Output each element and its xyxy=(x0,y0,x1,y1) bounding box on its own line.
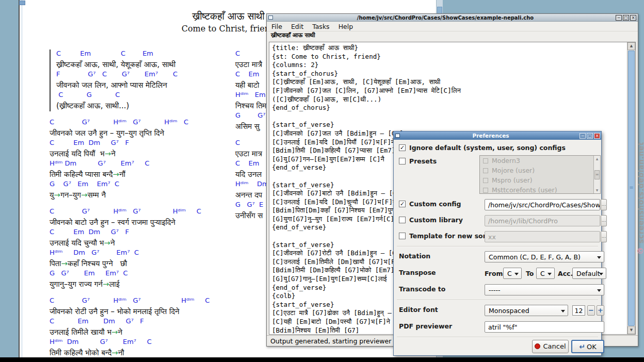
cancel-icon xyxy=(535,343,540,349)
menu-edit[interactable]: Edit xyxy=(291,23,303,30)
transpose-acc-dropdown[interactable]: Default xyxy=(572,268,606,279)
ok-button[interactable]: ↵OK xyxy=(571,340,604,353)
separator xyxy=(397,246,598,247)
custom-library-browse-button[interactable]: ... xyxy=(601,215,607,226)
transpose-to-dropdown[interactable]: C xyxy=(536,268,555,279)
pdf-previewer-field[interactable]: atril "%f" xyxy=(485,321,604,333)
row-transpose: Transpose From C To C Acc. Default xyxy=(399,268,596,280)
chord-line: Hᵈⁱᵐ Dm G⁷ Em⁷ C xyxy=(50,338,235,348)
chord-line: C G⁷ Hᵈⁱᵐ G⁷ Hᵈⁱᵐ C xyxy=(50,207,235,218)
ignore-default-label: Ignore default (system, user, song) conf… xyxy=(409,144,566,152)
transpose-label: Transpose xyxy=(399,269,436,276)
dialog-button-row: Cancel ↵OK xyxy=(399,340,596,354)
lyric-line: जीवनको रोटी उनै हुन – भोको मनलाई तृप्ति … xyxy=(50,307,235,317)
row-editor-font: Editor font Monospaced 12 − + xyxy=(399,305,596,317)
lyric-line: यु→गन–युग→सम्म नै xyxy=(50,190,235,201)
arrow-glyph: → xyxy=(103,279,109,289)
editor-scrollbar-thumb[interactable] xyxy=(628,51,635,326)
editor-scrollbar[interactable]: ▲ ▼ xyxy=(627,42,635,334)
lyric-line: जीवनको जल लिन, आफ्नो प्यास मेटिलिन xyxy=(56,80,235,91)
menu-help[interactable]: Help xyxy=(339,23,353,30)
font-size-decrease-button[interactable]: − xyxy=(587,305,595,316)
maximize-icon[interactable]: □ xyxy=(587,133,593,139)
presets-label: Presets xyxy=(409,157,437,165)
arrow-glyph: → xyxy=(81,190,88,200)
custom-config-checkbox[interactable]: ✓ xyxy=(399,201,406,207)
row-custom-library: Custom library /home/jv/lib/ChordPro ... xyxy=(399,215,596,227)
transcode-label: Transcode to xyxy=(399,285,445,293)
custom-config-browse-button[interactable]: ... xyxy=(601,199,607,210)
chord-line: C Em Dm G⁷ F xyxy=(50,139,235,149)
template-checkbox[interactable] xyxy=(399,233,406,239)
scroll-down-icon[interactable]: ▼ xyxy=(627,326,635,334)
presets-checkbox[interactable] xyxy=(399,158,406,164)
cancel-button[interactable]: Cancel xyxy=(532,340,569,353)
preset-option: Modern3 xyxy=(480,156,600,166)
watermark-text: screenshots.debian.net xyxy=(637,142,644,243)
row-custom-config: ✓ Custom config /home/jv/src/ChordPro/Ca… xyxy=(399,199,596,211)
desktop: ख्रीष्टकहाँ आऊ साथी Come to Christ, frie… xyxy=(0,0,644,362)
editor-font-dropdown[interactable]: Monospaced xyxy=(485,305,568,316)
song-column-left: C Em C Emख्रीष्टकहाँ आऊ, साथी, येशूकहाँ … xyxy=(50,50,235,362)
presets-scrollbar-thumb[interactable]: ≡ xyxy=(594,170,600,179)
minimize-icon[interactable]: − xyxy=(579,133,586,139)
notation-dropdown[interactable]: Common (C, D, E, F, G, A, B) xyxy=(485,251,604,262)
custom-library-checkbox[interactable] xyxy=(399,217,406,223)
font-size-increase-button[interactable]: + xyxy=(597,305,604,316)
transpose-acc-label: Acc. xyxy=(558,270,573,277)
dialog-icon xyxy=(395,134,400,138)
row-template: Template for new songs xx ... xyxy=(399,231,596,243)
ignore-default-checkbox[interactable]: ✓ xyxy=(399,144,406,151)
page-margin-line xyxy=(22,0,22,357)
transpose-to-label: To xyxy=(526,270,534,277)
chord-line: Hᵈⁱᵐ Dm G⁷ Em⁷ C xyxy=(50,159,235,170)
song-tab-label[interactable]: ख्रीष्टकहाँ आऊ साथी xyxy=(267,31,638,41)
font-size-field[interactable]: 12 xyxy=(572,305,585,316)
chord-line: C G⁷ Hᵈⁱᵐ G⁷ Hᵈⁱᵐ C xyxy=(50,118,235,128)
arrow-glyph: → xyxy=(111,327,118,337)
close-icon[interactable]: × xyxy=(594,133,600,139)
lyric-line: ख्रीष्टकहाँ आऊ, साथी, येशूकहाँ आऊ, साथी xyxy=(56,60,235,70)
presets-listbox[interactable]: Modern3Mojore (user)Mspro (user)Msttcore… xyxy=(479,155,601,194)
preferences-title: Preferences xyxy=(402,133,579,139)
notation-label: Notation xyxy=(399,252,430,260)
chorus-block: C Em C Emख्रीष्टकहाँ आऊ, साथी, येशूकहाँ … xyxy=(50,50,235,111)
row-ignore-default: ✓ Ignore default (system, user, song) co… xyxy=(399,143,596,155)
preset-checkbox xyxy=(483,188,488,193)
minimize-icon[interactable]: − xyxy=(616,15,622,21)
scroll-up-icon[interactable]: ▲ xyxy=(627,42,635,50)
scroll-down-icon[interactable]: ▼ xyxy=(594,187,600,193)
maximize-icon[interactable]: □ xyxy=(623,15,629,21)
bottom-black-bar xyxy=(0,357,644,362)
custom-config-field[interactable]: /home/jv/src/ChordPro/Cases/ShowCas xyxy=(485,199,600,210)
chord-line: G G⁷ Em Em⁷ C xyxy=(50,180,235,190)
verse-block: C G⁷ Hᵈⁱᵐ G⁷ Hᵈⁱᵐ Cजीवनको बाटो उनै हुन –… xyxy=(50,207,235,290)
arrow-glyph: → xyxy=(111,348,118,357)
preferences-titlebar[interactable]: Preferences − □ × xyxy=(394,131,601,140)
window-icon xyxy=(268,15,273,20)
template-browse-button[interactable]: ... xyxy=(601,231,607,242)
editor-window-title: /home/jv/src/ChordPro/Cases/ShowCases/ex… xyxy=(275,15,616,21)
preset-option: Mojore (user) xyxy=(480,166,600,175)
lyric-line: जीवनको बाटो उनै हुन – स्वर्ग राजमा पुऱ्य… xyxy=(50,218,235,228)
separator xyxy=(397,337,598,338)
close-icon[interactable]: × xyxy=(630,15,636,21)
transpose-from-label: From xyxy=(485,270,503,277)
transcode-dropdown[interactable]: ----- xyxy=(485,284,604,295)
arrow-glyph: → xyxy=(112,170,119,179)
verse-block: C G⁷ Hᵈⁱᵐ G⁷ Hᵈⁱᵐ Cजीवनको जल उनै हुन – य… xyxy=(50,118,235,201)
scroll-up-icon[interactable]: ▲ xyxy=(594,156,600,162)
menu-file[interactable]: File xyxy=(271,23,282,30)
lyric-line: (ख्रीष्टकहाँ आऊ, साथी...) xyxy=(56,101,235,111)
lyric-line: तिमी कहिल्यै भोको बन्दै→नौ xyxy=(50,348,235,358)
pdf-previewer-label: PDF previewer xyxy=(399,322,452,330)
chord-line: C Em Dm G⁷ F xyxy=(50,317,235,327)
transpose-from-dropdown[interactable]: C xyxy=(503,268,522,279)
copyright-icon: © xyxy=(636,246,644,256)
preset-checkbox xyxy=(483,178,488,183)
menu-tasks[interactable]: Tasks xyxy=(312,23,330,30)
menu-bar: File Edit Tasks Help xyxy=(267,22,638,31)
preset-checkbox xyxy=(483,158,488,163)
presets-scrollbar[interactable]: ▲ ≡ ▼ xyxy=(593,156,600,193)
editor-titlebar[interactable]: /home/jv/src/ChordPro/Cases/ShowCases/ex… xyxy=(267,14,638,22)
